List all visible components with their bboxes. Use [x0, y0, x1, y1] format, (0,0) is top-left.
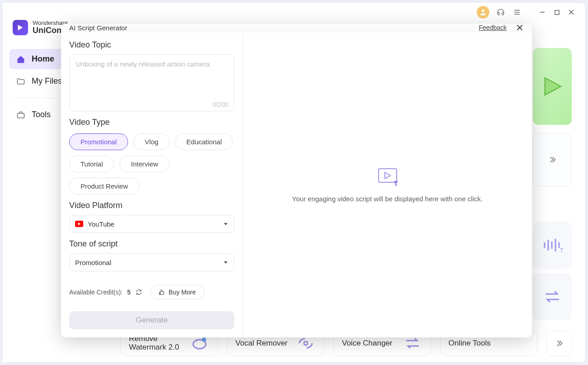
thumbs-up-icon — [158, 289, 165, 296]
titlebar — [477, 3, 585, 22]
main-window: Wondershare UniConverter Home My Files T… — [3, 3, 585, 362]
type-chip-vlog[interactable]: Vlog — [133, 133, 170, 150]
buy-more-button[interactable]: Buy More — [150, 285, 204, 299]
youtube-icon — [75, 221, 83, 227]
peek-card-more[interactable] — [533, 133, 572, 186]
tool-label: Online Tools — [449, 339, 491, 348]
feedback-link[interactable]: Feedback — [479, 24, 507, 31]
script-preview-icon: T — [377, 167, 398, 185]
svg-point-19 — [304, 341, 308, 345]
minimize-button[interactable] — [538, 8, 546, 16]
type-chip-promotional[interactable]: Promotional — [69, 133, 128, 150]
svg-rect-5 — [555, 10, 559, 14]
buy-more-label: Buy More — [169, 289, 196, 296]
generate-button[interactable]: Generate — [69, 311, 234, 329]
modal-title: AI Script Generator — [69, 24, 127, 32]
video-type-grid: Promotional Vlog Educational Tutorial In… — [69, 133, 234, 194]
type-chip-interview[interactable]: Interview — [119, 156, 169, 172]
modal-body: Video Topic 0/200 Video Type Promotional… — [61, 32, 532, 337]
svg-text:T: T — [394, 180, 398, 187]
svg-marker-8 — [18, 25, 23, 31]
credits-label: Available Credit(s): — [69, 289, 123, 296]
video-platform-label: Video Platform — [69, 201, 234, 210]
toolbox-icon — [16, 110, 25, 119]
tool-label: Watermark 2.0 — [129, 343, 179, 352]
type-chip-tutorial[interactable]: Tutorial — [69, 156, 114, 172]
chevron-down-icon — [223, 260, 228, 265]
support-icon[interactable] — [496, 7, 506, 17]
svg-marker-22 — [78, 223, 81, 225]
type-chip-product-review[interactable]: Product Review — [69, 178, 139, 194]
video-topic-input[interactable] — [76, 60, 228, 96]
peek-card-convert[interactable] — [533, 273, 572, 320]
video-platform-select[interactable]: YouTube — [69, 215, 234, 233]
credits-row: Available Credit(s): 5 Buy More — [69, 276, 234, 299]
tone-value: Promotional — [75, 259, 111, 266]
video-topic-box: 0/200 — [69, 54, 234, 111]
tone-select[interactable]: Promotional — [69, 253, 234, 271]
sidebar-item-label: Home — [32, 54, 54, 64]
preview-hint: Your engaging video script will be displ… — [292, 195, 483, 203]
platform-value: YouTube — [88, 220, 114, 228]
chevron-down-icon — [223, 221, 228, 227]
logo-icon — [13, 20, 28, 35]
tool-card-more[interactable] — [546, 331, 572, 356]
video-type-label: Video Type — [69, 118, 234, 127]
avatar[interactable] — [477, 6, 489, 19]
char-count: 0/200 — [213, 101, 228, 108]
sidebar-item-label: My Files — [32, 76, 62, 86]
svg-point-18 — [202, 337, 206, 342]
tool-label: Voice Changer — [342, 339, 393, 348]
close-icon[interactable] — [516, 24, 524, 32]
preview-panel: T Your engaging video script will be dis… — [243, 32, 532, 337]
ai-script-generator-dialog: AI Script Generator Feedback Video Topic… — [61, 24, 532, 337]
folder-icon — [16, 77, 25, 86]
tone-label: Tone of script — [69, 239, 234, 249]
menu-icon[interactable] — [512, 7, 522, 17]
video-topic-label: Video Topic — [69, 40, 234, 50]
svg-text:T: T — [560, 247, 564, 254]
svg-marker-10 — [545, 78, 561, 95]
modal-header: AI Script Generator Feedback — [61, 24, 532, 32]
type-chip-educational[interactable]: Educational — [175, 133, 233, 150]
svg-marker-23 — [224, 223, 228, 225]
close-window-button[interactable] — [567, 8, 575, 16]
svg-point-0 — [482, 9, 484, 12]
svg-marker-26 — [385, 172, 390, 179]
credits-count: 5 — [127, 289, 131, 296]
home-icon — [16, 55, 25, 64]
sidebar-item-label: Tools — [32, 110, 51, 119]
peek-card-audio[interactable]: T — [533, 222, 572, 269]
refresh-icon[interactable] — [135, 289, 142, 296]
maximize-button[interactable] — [553, 8, 561, 16]
peek-card-green[interactable] — [533, 48, 572, 125]
svg-marker-24 — [224, 261, 228, 264]
config-panel: Video Topic 0/200 Video Type Promotional… — [61, 32, 243, 337]
svg-rect-9 — [18, 113, 24, 118]
tool-label: Vocal Remover — [236, 339, 288, 348]
